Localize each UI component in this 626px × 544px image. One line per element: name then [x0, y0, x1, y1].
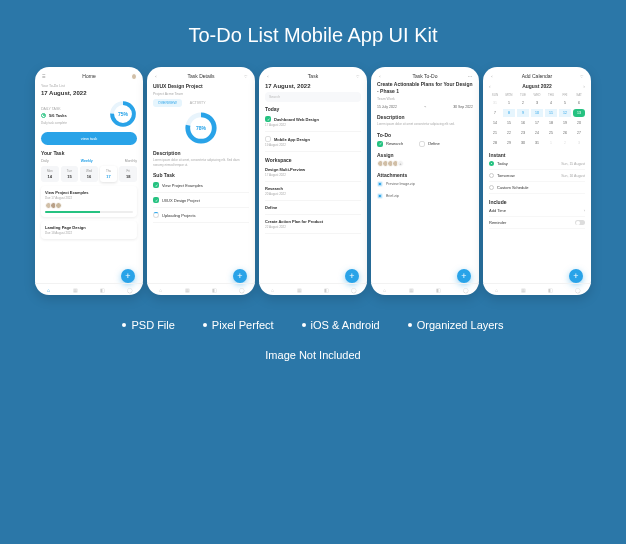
desc-text: Lorem ipsum dolor sit amet, consectetur … [153, 158, 249, 167]
date-range: 15 July 2022→30 Sep 2022 [377, 105, 473, 109]
option-today[interactable]: TodaySun, 15 August [489, 158, 585, 170]
task-item[interactable]: Design Multi-Preview17 August 2022 [265, 163, 361, 182]
screen-title: Add Calendar [522, 73, 553, 79]
check-icon[interactable] [419, 141, 425, 147]
option-custom[interactable]: Custom Schedule [489, 182, 585, 194]
assign-heading: Assign [377, 152, 473, 158]
task-card[interactable]: Landing Page Design Due 18 August 2022 [41, 221, 137, 239]
task-item[interactable]: ✓Dashboard Web Design 17 August 2022 [265, 112, 361, 132]
calendar-grid[interactable]: SUNMONTUEWEDTHUFRISAT 31123456 789101112… [489, 93, 585, 147]
phone-calendar: ‹ Add Calendar ♡ ‹ August 2022 › SUNMONT… [483, 67, 591, 295]
daily-task-label: DAILY TASK [41, 107, 67, 111]
bottom-nav[interactable]: ⌂▦◧◯ [259, 283, 367, 295]
todo-label: Your To-Do List [41, 84, 137, 88]
subtask-item[interactable]: ✓UI/UX Design Project [153, 193, 249, 208]
subtask-item[interactable]: Uploading Projects [153, 208, 249, 223]
section-title: Your Task [41, 150, 137, 156]
phone-row: ☰ Home Your To-Do List 17 August, 2022 D… [35, 67, 591, 295]
phone-task-todo: ‹ Task To-Do ⋯ Create Actionable Plans f… [371, 67, 479, 295]
back-icon[interactable]: ‹ [153, 73, 159, 79]
tab-overview[interactable]: OVERVIEW [153, 99, 182, 107]
tab-monthly[interactable]: Monthly [125, 159, 137, 163]
desc-heading: Description [153, 150, 249, 156]
day-picker[interactable]: Mon14 Tue15 Wed16 Thu17 Fri18 [41, 166, 137, 182]
phone-home: ☰ Home Your To-Do List 17 August, 2022 D… [35, 67, 143, 295]
check-icon[interactable]: ✓ [377, 141, 383, 147]
back-icon[interactable]: ‹ [489, 73, 495, 79]
tab-daily[interactable]: Daily [41, 159, 49, 163]
project-sub: Project Acme Team [153, 92, 249, 96]
check-icon [41, 113, 46, 118]
progress-donut: 75% [109, 100, 137, 128]
screen-title: Task Details [188, 73, 215, 79]
fab-add[interactable]: + [345, 269, 359, 283]
cal-icon: ▦ [73, 287, 79, 293]
tab-weekly[interactable]: Weekly [81, 159, 93, 163]
option-reminder[interactable]: Reminder [489, 217, 585, 229]
task-item[interactable]: Research20 August 2022 [265, 182, 361, 201]
check-icon: ✓ [153, 182, 159, 188]
avatar-icon[interactable] [131, 73, 137, 79]
feature-list: PSD File Pixel Perfect iOS & Android Org… [122, 319, 503, 331]
task-item[interactable]: Create Action Plan for Product22 August … [265, 215, 361, 234]
user-icon: ◯ [127, 287, 133, 293]
subtask-item[interactable]: ✓View Project Examples [153, 178, 249, 193]
attachment-item[interactable]: ▣Preview Image.zip [377, 178, 473, 190]
attachment-item[interactable]: ▣Brief.zip [377, 190, 473, 202]
search-input[interactable]: Search [265, 92, 361, 102]
fab-add[interactable]: + [121, 269, 135, 283]
add-assignee[interactable]: + [397, 160, 404, 167]
month-label: August 2022 [522, 83, 552, 89]
back-icon[interactable]: ‹ [377, 73, 383, 79]
screen-title: Task To-Do [413, 73, 438, 79]
option-tomorrow[interactable]: TomorrowSun, 16 August [489, 170, 585, 182]
todo-heading: To-Do [377, 132, 473, 138]
toggle[interactable] [575, 220, 585, 225]
home-icon: ⌂ [46, 287, 52, 293]
bell-icon[interactable]: ♡ [243, 73, 249, 79]
spinner-icon [153, 212, 159, 218]
bottom-nav[interactable]: ⌂▦◧◯ [147, 283, 255, 295]
screen-title: Home [82, 73, 95, 79]
task-item[interactable]: Define [265, 201, 361, 215]
task-count: 5/6 Tasks [49, 113, 67, 118]
back-icon[interactable]: ‹ [265, 73, 271, 79]
tab-activity[interactable]: ACTIVITY [185, 99, 211, 107]
date-label: 17 August, 2022 [265, 83, 361, 89]
task-card[interactable]: View Project Examples Due 17 August 2022 [41, 186, 137, 217]
task-item[interactable]: Mobile App Design 19 August 2022 [265, 132, 361, 152]
fab-add[interactable]: + [569, 269, 583, 283]
date-label: 17 August, 2022 [41, 90, 137, 96]
page-title: To-Do List Mobile App UI Kit [189, 24, 438, 47]
hint-text: Daily task complete [41, 121, 67, 125]
file-icon: ▣ [377, 181, 383, 187]
bell-icon[interactable]: ♡ [579, 73, 585, 79]
view-task-button[interactable]: view task [41, 132, 137, 145]
project-title: UI/UX Design Project [153, 83, 249, 89]
check-icon: ✓ [265, 116, 271, 122]
team-label: Team Work [377, 97, 473, 101]
bottom-nav[interactable]: ⌂▦◧◯ [35, 283, 143, 295]
footer-note: Image Not Included [265, 349, 360, 361]
phone-task-details: ‹ Task Details ♡ UI/UX Design Project Pr… [147, 67, 255, 295]
prev-month[interactable]: ‹ [489, 83, 491, 89]
grid-icon: ◧ [100, 287, 106, 293]
check-icon: ✓ [153, 197, 159, 203]
menu-icon[interactable]: ☰ [41, 73, 47, 79]
file-icon: ▣ [377, 193, 383, 199]
phone-task: ‹ Task ♡ 17 August, 2022 Search Today ✓D… [259, 67, 367, 295]
progress-donut: 78% [153, 111, 249, 145]
fab-add[interactable]: + [233, 269, 247, 283]
check-icon [265, 136, 271, 142]
screen-title: Task [308, 73, 318, 79]
desc-text: Lorem ipsum dolor sit amet consectetur a… [377, 122, 473, 127]
more-icon[interactable]: ⋯ [467, 73, 473, 79]
option-add-time[interactable]: Add Time› [489, 205, 585, 217]
bottom-nav[interactable]: ⌂▦◧◯ [371, 283, 479, 295]
bottom-nav[interactable]: ⌂▦◧◯ [483, 283, 591, 295]
fab-add[interactable]: + [457, 269, 471, 283]
next-month[interactable]: › [583, 83, 585, 89]
bell-icon[interactable]: ♡ [355, 73, 361, 79]
desc-heading: Description [377, 114, 473, 120]
task-title: Create Actionable Plans for Your Design … [377, 81, 473, 94]
